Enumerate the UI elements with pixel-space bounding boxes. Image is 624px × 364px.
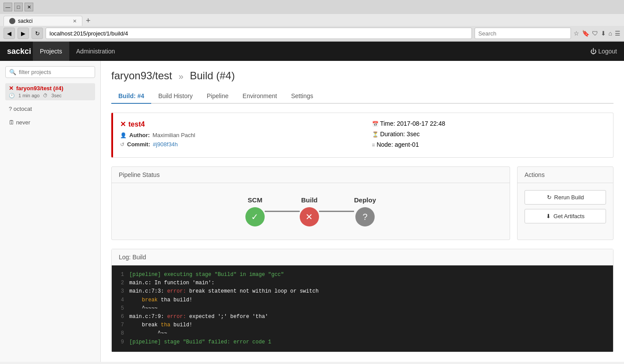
forward-button[interactable]: ▶: [18, 28, 29, 39]
sidebar-filter-input[interactable]: [19, 67, 91, 78]
build-duration-row: ⏳ Duration: 3sec: [372, 131, 606, 138]
build-info-left: ✕ test4 👤 Author: Maximilian Pachl ↺ Com…: [120, 120, 355, 150]
address-bar[interactable]: [46, 28, 472, 39]
download-icon[interactable]: ⬇: [601, 30, 606, 37]
browser-chrome: — □ ✕ sackci ✕ + ◀ ▶ ↻ ☆ 🔖 🛡 ⬇ ⌂ ☰: [0, 0, 624, 42]
browser-titlebar: — □ ✕: [0, 0, 624, 14]
author-icon: 👤: [120, 132, 127, 138]
log-line: 4 break tha build!: [119, 296, 606, 304]
build-name-text: test4: [128, 120, 145, 128]
tabs: Build: #4 Build History Pipeline Environ…: [111, 89, 613, 104]
close-button[interactable]: ✕: [25, 3, 33, 11]
clock-icon: 🕐: [9, 93, 15, 99]
main-layout: 🔍 ✕ faryon93/test (#4) 🕐 1 min ago ⏱ 3se…: [0, 61, 624, 362]
time-value: 2017-08-17 22:48: [397, 120, 446, 127]
browser-tab-active[interactable]: sackci ✕: [4, 16, 82, 26]
stage-deploy: Deploy ?: [354, 196, 376, 226]
tab-build-history[interactable]: Build History: [151, 89, 200, 104]
log-line-text: main.c:7:3: error: break statement not w…: [129, 287, 319, 296]
build-time-row: 📅 Time: 2017-08-17 22:48: [372, 120, 606, 127]
stage-deploy-circle: ?: [355, 207, 375, 226]
actions-box-body: ↻ Rerun Build ⬇ Get Artifacts: [518, 183, 613, 230]
stage-scm-circle: ✓: [245, 207, 265, 226]
shield-icon[interactable]: 🛡: [592, 30, 598, 37]
log-line-text: main.c: In function 'main':: [129, 279, 214, 287]
sidebar-search-icon: 🔍: [9, 69, 16, 75]
time-icon: 📅: [372, 121, 379, 127]
log-line: 5 ^~~~~: [119, 304, 606, 313]
log-line-num: 3: [119, 287, 124, 296]
tab-environment[interactable]: Environment: [236, 89, 284, 104]
node-label: Node:: [376, 141, 393, 148]
logout-label: Logout: [598, 48, 617, 55]
get-artifacts-button[interactable]: ⬇ Get Artifacts: [525, 209, 606, 223]
commit-label: Commit:: [127, 141, 150, 148]
title-build: Build (#4): [190, 70, 235, 81]
calendar-icon: 🗓: [9, 119, 14, 126]
rerun-icon: ↻: [547, 194, 552, 201]
stage-build-label: Build: [301, 196, 318, 204]
nav-link-administration[interactable]: Administration: [69, 42, 122, 61]
build-fail-icon: ✕: [120, 120, 126, 128]
menu-icon[interactable]: ☰: [615, 30, 620, 37]
tab-build-current[interactable]: Build: #4: [111, 89, 151, 104]
time-label: Time:: [380, 120, 395, 127]
log-line: 6main.c:7:9: error: expected ';' before …: [119, 313, 606, 321]
author-label: Author:: [129, 132, 150, 138]
star-icon[interactable]: ☆: [574, 30, 579, 37]
log-line-text: ^~~~~: [129, 304, 158, 313]
node-icon: ≡: [372, 142, 375, 148]
stage-scm-label: SCM: [248, 196, 262, 204]
actions-box: Actions ↻ Rerun Build ⬇ Get Artifacts: [517, 166, 613, 240]
logout-button[interactable]: ⏻ Logout: [590, 48, 617, 55]
sidebar-project-name: faryon93/test (#4): [16, 85, 64, 92]
search-bar[interactable]: [475, 28, 571, 39]
tab-bar: sackci ✕ +: [0, 14, 624, 26]
pipeline-box: Pipeline Status SCM ✓ Build ✕ Deploy: [111, 166, 510, 240]
log-line-num: 8: [119, 329, 124, 338]
build-commit-row: ↺ Commit: #j908f34h: [120, 141, 355, 148]
log-line-num: 9: [119, 338, 124, 346]
log-line-text: break tha build!: [129, 321, 192, 329]
sidebar-x-icon: ✕: [9, 85, 14, 92]
pipeline-actions-row: Pipeline Status SCM ✓ Build ✕ Deploy: [111, 166, 613, 240]
tab-close-icon[interactable]: ✕: [73, 18, 77, 24]
log-line-text: [pipeline] executing stage "Build" in im…: [129, 271, 284, 279]
log-box: Log: Build 1[pipeline] executing stage "…: [111, 249, 613, 352]
maximize-button[interactable]: □: [14, 3, 23, 11]
pipeline-stages: SCM ✓ Build ✕ Deploy ?: [112, 183, 510, 240]
sidebar-item-never[interactable]: 🗓 never: [5, 117, 95, 127]
tab-pipeline[interactable]: Pipeline: [200, 89, 236, 104]
bookmark-icon[interactable]: 🔖: [582, 30, 589, 37]
duration-icon: ⏳: [372, 131, 379, 138]
refresh-button[interactable]: ↻: [32, 28, 43, 39]
rerun-build-button[interactable]: ↻ Rerun Build: [525, 190, 606, 205]
minimize-button[interactable]: —: [4, 3, 12, 11]
log-line-num: 7: [119, 321, 124, 329]
sidebar-project-age: 1 min ago: [18, 93, 39, 99]
log-content: 1[pipeline] executing stage "Build" in i…: [112, 265, 613, 352]
title-project: faryon93/test: [111, 70, 172, 81]
new-tab-button[interactable]: +: [84, 16, 92, 25]
duration-label: Duration:: [380, 131, 405, 138]
tab-settings[interactable]: Settings: [284, 89, 320, 104]
tab-favicon: [9, 18, 15, 24]
sidebar: 🔍 ✕ faryon93/test (#4) 🕐 1 min ago ⏱ 3se…: [0, 61, 101, 362]
log-line-num: 6: [119, 313, 124, 321]
commit-value: #j908f34h: [153, 141, 178, 148]
log-line: 1[pipeline] executing stage "Build" in i…: [119, 271, 606, 279]
build-info-right: 📅 Time: 2017-08-17 22:48 ⏳ Duration: 3se…: [372, 120, 606, 150]
sidebar-item-faryon93[interactable]: ✕ faryon93/test (#4) 🕐 1 min ago ⏱ 3sec: [5, 83, 95, 100]
pipeline-box-header: Pipeline Status: [112, 167, 510, 183]
log-line-num: 4: [119, 296, 124, 304]
nav-link-projects[interactable]: Projects: [33, 42, 69, 61]
log-line-text: [pipeline] stage "Build" failed: error c…: [129, 338, 271, 346]
log-line-num: 5: [119, 304, 124, 313]
stage-connector-1: [265, 211, 300, 212]
back-button[interactable]: ◀: [4, 28, 15, 39]
build-node-row: ≡ Node: agent-01: [372, 141, 606, 148]
home-icon[interactable]: ⌂: [609, 30, 612, 37]
stage-connector-2: [319, 211, 354, 212]
log-line-num: 1: [119, 271, 124, 279]
sidebar-item-octocat[interactable]: ? octocat: [5, 104, 95, 114]
